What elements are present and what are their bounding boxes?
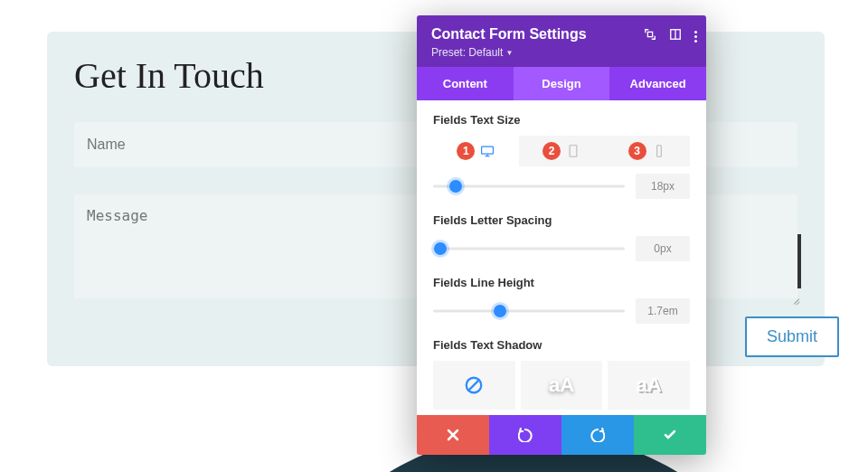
tabs: Content Design Advanced [417,67,706,100]
check-icon [663,428,677,442]
text-size-slider[interactable] [433,177,625,195]
text-size-label: Fields Text Size [433,113,690,127]
undo-button[interactable] [489,415,561,455]
badge-2: 2 [542,142,561,160]
expand-icon[interactable] [644,28,656,44]
svg-rect-7 [656,146,661,156]
text-shadow-label: Fields Text Shadow [433,338,690,352]
letter-spacing-label: Fields Letter Spacing [433,213,690,227]
tab-advanced[interactable]: Advanced [609,67,706,100]
none-icon [464,375,484,395]
svg-rect-3 [482,146,494,154]
shadow-sample: aA [549,373,574,397]
redo-button[interactable] [561,415,634,455]
cancel-button[interactable] [417,415,489,455]
device-tablet[interactable]: 2 [519,136,605,166]
columns-icon[interactable] [669,28,682,44]
shadow-soft[interactable]: aA [521,361,603,410]
badge-1: 1 [457,142,475,160]
svg-line-9 [468,380,480,392]
panel-body: Fields Text Size 1 2 3 Fields Letter Spa… [417,100,706,415]
svg-rect-6 [570,146,577,156]
tab-design[interactable]: Design [514,67,610,100]
letter-spacing-value[interactable] [636,236,690,261]
device-desktop[interactable]: 1 [433,136,519,166]
preset-label: Preset: Default [431,46,503,59]
undo-icon [518,428,533,442]
preset-selector[interactable]: Preset: Default ▼ [431,46,513,59]
line-height-value[interactable] [636,298,690,324]
close-icon [446,428,460,442]
redo-icon [590,428,605,442]
text-size-value[interactable] [636,174,690,199]
shadow-sample: aA [637,373,662,397]
shadow-hard[interactable]: aA [608,361,690,410]
submit-button[interactable]: Submit [745,316,839,357]
phone-icon [652,145,666,157]
svg-rect-0 [647,32,652,36]
tablet-icon [566,145,580,157]
resize-handle-icon[interactable] [789,294,800,305]
tab-content[interactable]: Content [417,67,514,100]
line-height-label: Fields Line Height [433,276,690,289]
device-phone[interactable]: 3 [604,136,690,166]
desktop-icon [480,145,495,157]
shadow-none[interactable] [433,361,515,410]
cursor-marker [797,234,801,288]
settings-panel: Contact Form Settings Preset: Default ▼ … [417,15,706,455]
more-icon[interactable] [694,31,697,42]
save-button[interactable] [634,415,706,455]
letter-spacing-slider[interactable] [433,240,625,258]
panel-footer [417,415,706,455]
line-height-slider[interactable] [433,302,625,320]
chevron-down-icon: ▼ [505,49,513,57]
badge-3: 3 [628,142,646,160]
device-selector: 1 2 3 [433,136,690,166]
panel-header: Contact Form Settings Preset: Default ▼ [417,15,706,67]
